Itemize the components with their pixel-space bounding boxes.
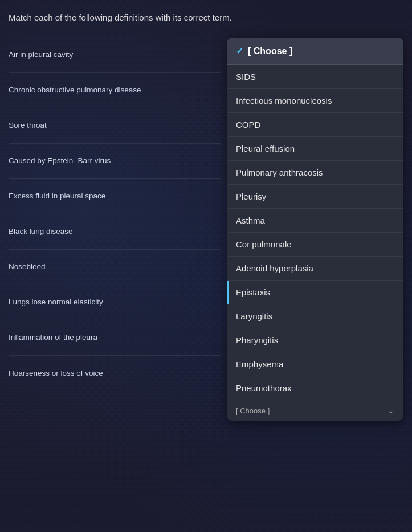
dropdown-column: ✓ [ Choose ] SIDSInfectious mononucleosi… xyxy=(227,38,403,421)
dropdown-option-opt-8[interactable]: Cor pulmonale xyxy=(227,233,403,257)
quiz-layout: Air in pleural cavityChronic obstructive… xyxy=(9,38,403,421)
dropdown-option-opt-14[interactable]: Pneumothorax xyxy=(227,376,403,400)
dropdown-option-opt-13[interactable]: Emphysema xyxy=(227,352,403,376)
dropdown-option-opt-3[interactable]: COPD xyxy=(227,113,403,137)
dropdown-option-opt-6[interactable]: Pleurisy xyxy=(227,185,403,209)
dropdown-bottom-row[interactable]: [ Choose ] ⌄ xyxy=(227,400,403,421)
dropdown-bottom-label: [ Choose ] xyxy=(236,407,387,415)
definition-item-def-2: Chronic obstructive pulmonary disease xyxy=(9,73,221,108)
definition-item-def-1: Air in pleural cavity xyxy=(9,38,221,73)
definition-item-def-5: Excess fluid in pleural space xyxy=(9,179,221,214)
dropdown-option-opt-11[interactable]: Laryngitis xyxy=(227,304,403,328)
dropdown-option-opt-10[interactable]: Epistaxis xyxy=(227,281,403,304)
chevron-down-icon: ⌄ xyxy=(387,406,394,415)
definition-item-def-6: Black lung disease xyxy=(9,214,221,250)
dropdown-header[interactable]: ✓ [ Choose ] xyxy=(227,38,403,65)
definition-item-def-3: Sore throat xyxy=(9,108,221,144)
dropdown-option-opt-12[interactable]: Pharyngitis xyxy=(227,328,403,352)
dropdown-option-opt-1[interactable]: SIDS xyxy=(227,65,403,89)
checkmark-icon: ✓ xyxy=(236,46,243,56)
dropdown-option-opt-4[interactable]: Pleural effusion xyxy=(227,137,403,161)
options-container: SIDSInfectious mononucleosisCOPDPleural … xyxy=(227,65,403,400)
dropdown-option-opt-7[interactable]: Asthma xyxy=(227,209,403,233)
definition-item-def-10: Hoarseness or loss of voice xyxy=(9,356,221,391)
definitions-column: Air in pleural cavityChronic obstructive… xyxy=(9,38,221,391)
definition-item-def-4: Caused by Epstein- Barr virus xyxy=(9,144,221,179)
dropdown-option-opt-5[interactable]: Pulmonary anthracosis xyxy=(227,161,403,185)
dropdown-option-opt-9[interactable]: Adenoid hyperplasia xyxy=(227,257,403,281)
dropdown-option-opt-2[interactable]: Infectious mononucleosis xyxy=(227,89,403,113)
instruction-text: Match each of the following definitions … xyxy=(9,11,403,23)
dropdown-header-label: [ Choose ] xyxy=(248,46,292,56)
dropdown-open: ✓ [ Choose ] SIDSInfectious mononucleosi… xyxy=(227,38,403,421)
definition-item-def-8: Lungs lose normal elasticity xyxy=(9,285,221,320)
definition-item-def-7: Nosebleed xyxy=(9,250,221,285)
definition-item-def-9: Inflammation of the pleura xyxy=(9,320,221,356)
